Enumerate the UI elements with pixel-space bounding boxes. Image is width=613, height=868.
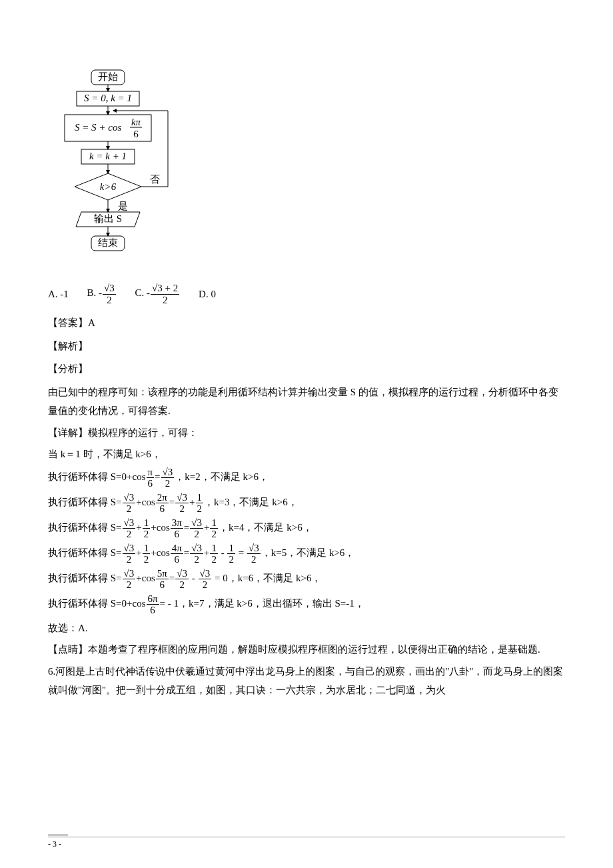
guxuan: 故选：A. [48, 619, 565, 638]
flow-step1-text: S = S + cos [75, 122, 121, 133]
option-b: B. -√32 [87, 283, 117, 305]
svg-text:kπ: kπ [131, 117, 141, 127]
option-d: D. 0 [199, 285, 216, 304]
question-6: 6.河图是上古时代神话传说中伏羲通过黄河中浮出龙马身上的图案，与自己的观察，画出… [48, 662, 565, 700]
loop-line-4: 执行循环体得 S=√32+12+cos4π6=√32+12 - 12 = √32… [48, 543, 565, 565]
flow-init-text: S = 0, k = 1 [84, 93, 132, 103]
flow-den6: 6 [133, 129, 139, 139]
dianjing: 【点睛】本题考查了程序框图的应用问题，解题时应模拟程序框图的运行过程，以便得出正… [48, 640, 565, 659]
loop-line-2: 执行循环体得 S=√32+cos2π6=√32+12，k=3，不满足 k>6， [48, 492, 565, 515]
fenxi-label: 【分析】 [48, 359, 565, 379]
answer-label: 【答案】A [48, 313, 565, 333]
flow-cond-text: k>6 [100, 181, 117, 192]
flow-no: 否 [150, 174, 160, 185]
flow-yes: 是 [118, 201, 128, 211]
flow-kpi: kπ [131, 117, 141, 127]
flow-out-text: 输出 S [94, 213, 122, 224]
svg-text:输出 S: 输出 S [94, 213, 122, 224]
option-a: A. -1 [48, 285, 69, 304]
loop-line-1: 执行循环体得 S=0+cosπ6=√32，k=2，不满足 k>6， [48, 467, 565, 489]
flowchart-svg: 开始 S = 0, k = 1 S = S + cos kπ 6 k = k +… [55, 67, 195, 273]
flow-step2-text: k = k + 1 [89, 151, 127, 161]
svg-text:S = 0, k = 1: S = 0, k = 1 [84, 93, 132, 103]
loop-line-6: 执行循环体得 S=0+cos6π6= - 1，k=7，满足 k>6，退出循环，输… [48, 593, 565, 616]
jiexi-label: 【解析】 [48, 337, 565, 356]
svg-text:k>6: k>6 [100, 181, 117, 192]
page-number: - 3 - [48, 835, 68, 852]
svg-text:k = k + 1: k = k + 1 [89, 151, 127, 161]
loop-line-3: 执行循环体得 S=√32+12+cos3π6=√32+12，k=4，不满足 k>… [48, 517, 565, 540]
page-container: 开始 S = 0, k = 1 S = S + cos kπ 6 k = k +… [0, 0, 613, 868]
flow-start-text: 开始 [98, 71, 118, 82]
flowchart: 开始 S = 0, k = 1 S = S + cos kπ 6 k = k +… [55, 67, 565, 273]
xiangjie-label: 【详解】模拟程序的运行，可得： [48, 423, 565, 443]
answer-options: A. -1 B. -√32 C. -√3 + 22 D. 0 [48, 283, 565, 305]
option-c: C. -√3 + 22 [135, 283, 181, 305]
footer-separator [48, 837, 565, 837]
svg-text:S = S + cos: S = S + cos [75, 122, 121, 133]
fenxi-text: 由已知中的程序可知：该程序的功能是利用循环结构计算并输出变量 S 的值，模拟程序… [48, 383, 565, 421]
flow-end-text: 结束 [98, 237, 118, 248]
loop-line-5: 执行循环体得 S=√32+cos5π6=√32 - √32 = 0，k=6，不满… [48, 568, 565, 591]
step-k1: 当 k＝1 时，不满足 k>6， [48, 445, 565, 464]
